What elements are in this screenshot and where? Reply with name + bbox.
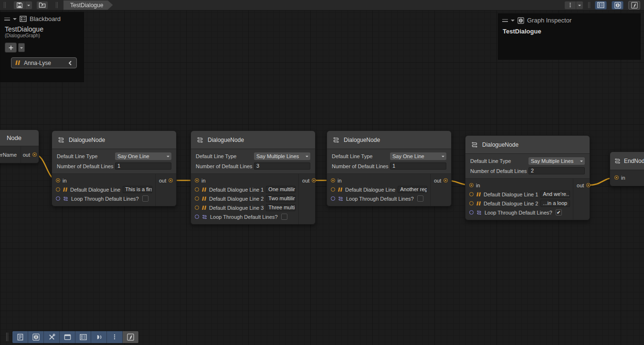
line-type-dropdown[interactable]: Say One Line [390, 152, 446, 160]
chevron-left-icon[interactable] [67, 60, 73, 66]
add-property-dropdown[interactable] [18, 43, 25, 52]
loop-checkbox[interactable]: ✔ [556, 209, 562, 216]
collapse-triangle-icon[interactable] [13, 18, 17, 22]
num-lines-field[interactable]: 3 [254, 162, 310, 170]
node-title[interactable]: EndNode [610, 152, 644, 170]
window-button[interactable] [60, 331, 75, 343]
in-port[interactable] [331, 178, 335, 183]
in-port[interactable] [614, 175, 619, 180]
blackboard-panel[interactable]: Blackboard TestDialogue (DialogueGraph) … [0, 12, 84, 82]
dialogue-node-1[interactable]: DialogueNode Default Line Type Say One L… [52, 130, 177, 206]
dialogue-line-field[interactable]: Two multiline [266, 195, 296, 202]
out-port[interactable] [312, 178, 316, 183]
clipped-left-node[interactable]: Node kerName out [0, 129, 39, 163]
line-type-dropdown[interactable]: Say Multiple Lines [528, 157, 585, 165]
toolbar-drag-handle[interactable] [56, 2, 58, 8]
panel-drag-handle[interactable] [502, 19, 508, 22]
blackboard-title: Blackboard [30, 15, 61, 22]
save-button[interactable] [13, 1, 25, 10]
dialogue-line-label: Default Dialogue Line 3 [209, 205, 264, 211]
toggle-inspector-button[interactable] [612, 1, 623, 10]
quill-tool-button[interactable] [123, 331, 138, 343]
num-lines-field[interactable]: 1 [115, 162, 171, 170]
in-port-label: in [63, 178, 67, 183]
node-title[interactable]: Node [0, 130, 39, 146]
out-port[interactable] [443, 178, 448, 183]
info-icon [614, 2, 621, 9]
dialogue-line-port[interactable] [195, 187, 199, 192]
toggle-blackboard-button[interactable] [595, 1, 607, 10]
num-lines-field[interactable]: 2 [528, 167, 585, 174]
more-options-button[interactable] [107, 331, 123, 343]
dialogue-line-port[interactable] [195, 205, 199, 210]
dialogue-line-field[interactable]: Another regu [398, 186, 427, 193]
node-title-label: EndNode [624, 158, 644, 164]
loop-port[interactable] [331, 196, 335, 201]
dialogue-line-field[interactable]: ...in a loop [540, 200, 570, 207]
dialogue-line-field[interactable]: This is a first [123, 186, 152, 193]
in-port[interactable] [56, 178, 60, 183]
node-title[interactable]: DialogueNode [191, 131, 315, 149]
tools-button[interactable] [44, 331, 60, 343]
blackboard-property-anna-lyse[interactable]: Anna-Lyse [11, 57, 77, 68]
node-title-label: DialogueNode [69, 137, 105, 143]
num-lines-label: Number of Default Lines [57, 163, 115, 169]
dialogue-node-4[interactable]: DialogueNode Default Line Type Say Multi… [465, 135, 590, 220]
line-type-dropdown[interactable]: Say Multiple Lines [254, 152, 310, 160]
in-port[interactable] [195, 178, 199, 183]
loop-checkbox[interactable] [281, 214, 287, 220]
add-property-button[interactable] [5, 43, 17, 53]
node-title-label: Node [7, 134, 21, 141]
dialogue-line-port[interactable] [469, 201, 474, 205]
loop-checkbox[interactable] [142, 195, 148, 202]
collapse-triangle-icon[interactable] [511, 20, 515, 23]
tools-icon [48, 334, 55, 341]
dialogue-line-label: Default Dialogue Line 1 [209, 187, 264, 193]
loop-port[interactable] [56, 196, 60, 201]
console-button[interactable] [12, 331, 28, 343]
dialogue-line-field[interactable]: Three multili [266, 204, 296, 211]
in-port[interactable] [469, 183, 474, 187]
node-title[interactable]: DialogueNode [52, 131, 176, 149]
num-lines-field[interactable]: 1 [390, 162, 446, 170]
node-title[interactable]: DialogueNode [465, 136, 590, 154]
dialogue-line-port[interactable] [469, 192, 474, 196]
dialogue-line-field[interactable]: One multiline [266, 186, 296, 193]
toggle-preview-button[interactable] [628, 1, 640, 10]
dialogue-line-port[interactable] [195, 196, 199, 201]
out-port[interactable] [32, 152, 37, 157]
node-title[interactable]: DialogueNode [327, 131, 451, 149]
end-node[interactable]: EndNode in [610, 151, 644, 186]
line-type-value: Say Multiple Lines [256, 153, 299, 159]
out-port-label: out [302, 178, 309, 183]
dialogue-line-port[interactable] [331, 187, 335, 192]
dialogue-line-port[interactable] [56, 187, 60, 192]
num-lines-label: Number of Default Lines [470, 168, 528, 174]
open-asset-button[interactable] [36, 1, 48, 10]
toolbar-drag-handle[interactable] [6, 333, 8, 341]
dialogue-node-3[interactable]: DialogueNode Default Line Type Say One L… [327, 130, 452, 206]
node-title-label: DialogueNode [344, 137, 380, 143]
out-port[interactable] [169, 178, 173, 183]
bottom-toolbar [2, 331, 139, 343]
loop-port[interactable] [469, 210, 474, 215]
toolbar-drag-handle[interactable] [588, 2, 590, 8]
graph-inspector-panel[interactable]: Graph Inspector TestDialogue [498, 13, 641, 60]
blackboard-icon [20, 16, 27, 22]
line-type-dropdown[interactable]: Say One Line [115, 152, 171, 160]
blackboard-toggle-button[interactable] [75, 331, 91, 343]
info-toggle-button[interactable] [28, 331, 44, 343]
graph-tab[interactable]: TestDialogue [63, 0, 113, 10]
loop-checkbox[interactable] [417, 195, 423, 202]
panel-drag-handle[interactable] [4, 18, 10, 21]
options-dropdown-button[interactable] [576, 1, 583, 10]
dialogue-node-2[interactable]: DialogueNode Default Line Type Say Multi… [190, 130, 316, 225]
out-port-label: out [159, 178, 166, 183]
toolbar-drag-handle[interactable] [4, 2, 6, 8]
options-button[interactable] [564, 1, 576, 10]
save-dropdown-button[interactable] [25, 1, 32, 10]
loop-port[interactable] [195, 215, 199, 219]
dialogue-line-field[interactable]: And we're... [540, 191, 570, 198]
audio-preview-button[interactable] [91, 331, 107, 343]
out-port[interactable] [586, 183, 591, 187]
